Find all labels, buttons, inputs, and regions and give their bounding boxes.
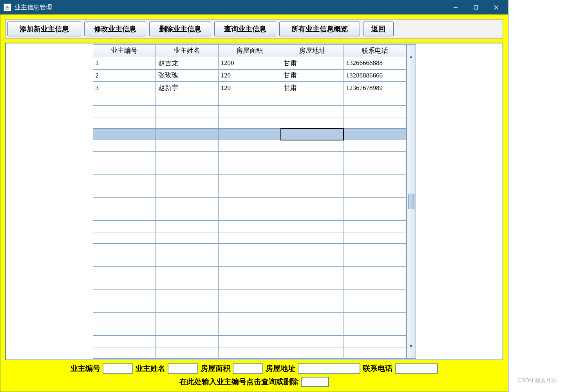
table-row[interactable]: [93, 290, 406, 301]
input-name[interactable]: [168, 363, 198, 374]
table-row[interactable]: [93, 198, 406, 209]
table-cell[interactable]: [281, 151, 344, 163]
table-cell[interactable]: [344, 266, 406, 278]
table-row[interactable]: [93, 255, 406, 266]
table-cell[interactable]: [93, 198, 156, 209]
table-cell[interactable]: [218, 163, 281, 174]
table-cell[interactable]: [281, 255, 344, 266]
table-cell[interactable]: [93, 94, 156, 105]
table-cell[interactable]: [344, 186, 406, 198]
table-cell[interactable]: [344, 151, 406, 163]
table-cell[interactable]: [156, 94, 218, 105]
table-cell[interactable]: [93, 347, 156, 358]
table-row[interactable]: [93, 106, 406, 117]
table-cell[interactable]: [93, 151, 156, 163]
table-row[interactable]: [93, 232, 406, 243]
table-cell[interactable]: [344, 336, 406, 347]
input-area[interactable]: [233, 363, 263, 374]
table-cell[interactable]: [93, 301, 156, 312]
table-cell[interactable]: [156, 278, 218, 290]
table-cell[interactable]: 120: [218, 69, 281, 82]
table-cell[interactable]: [344, 140, 406, 151]
table-cell[interactable]: [93, 324, 156, 335]
table-cell[interactable]: 赵吉龙: [156, 57, 218, 70]
table-cell[interactable]: [344, 174, 406, 186]
table-cell[interactable]: [281, 301, 344, 312]
add-owner-button[interactable]: 添加新业主信息: [7, 22, 81, 36]
edit-owner-button[interactable]: 修改业主信息: [84, 22, 146, 36]
table-row[interactable]: [93, 313, 406, 324]
table-row[interactable]: 1赵吉龙1200甘肃13266668888: [93, 57, 406, 70]
table-cell[interactable]: [156, 221, 218, 232]
table-cell[interactable]: [281, 117, 344, 128]
table-cell[interactable]: [344, 278, 406, 290]
table-row[interactable]: [93, 186, 406, 198]
table-cell[interactable]: [281, 140, 344, 151]
table-cell[interactable]: [93, 336, 156, 347]
table-row[interactable]: 2张玫瑰120甘肃13288886666: [93, 69, 406, 82]
table-cell[interactable]: [93, 140, 156, 151]
input-phone[interactable]: [395, 363, 438, 374]
table-cell[interactable]: [93, 163, 156, 174]
table-cell[interactable]: 1: [93, 57, 156, 70]
table-cell[interactable]: [281, 290, 344, 301]
table-cell[interactable]: [156, 198, 218, 209]
table-cell[interactable]: 赵新宇: [156, 82, 218, 94]
delete-owner-button[interactable]: 删除业主信息: [149, 22, 211, 36]
table-cell[interactable]: [281, 232, 344, 243]
table-cell[interactable]: [93, 255, 156, 266]
table-cell[interactable]: [281, 244, 344, 255]
table-cell[interactable]: [218, 278, 281, 290]
table-cell[interactable]: [344, 198, 406, 209]
table-cell[interactable]: [218, 198, 281, 209]
table-cell[interactable]: [281, 129, 344, 140]
table-cell[interactable]: [344, 347, 406, 358]
table-row[interactable]: [93, 244, 406, 255]
table-cell[interactable]: [93, 313, 156, 324]
table-row[interactable]: 3赵新宇120甘肃12367678989: [93, 82, 406, 94]
input-address[interactable]: [298, 363, 360, 374]
table-cell[interactable]: [281, 186, 344, 198]
table-cell[interactable]: [218, 301, 281, 312]
owner-table[interactable]: 业主编号 业主姓名 房屋面积 房屋地址 联系电话 1赵吉龙1200甘肃13266…: [93, 44, 407, 359]
table-cell[interactable]: [344, 221, 406, 232]
table-cell[interactable]: [281, 336, 344, 347]
table-row[interactable]: [93, 301, 406, 312]
table-cell[interactable]: 12367678989: [344, 82, 406, 94]
table-cell[interactable]: [156, 151, 218, 163]
table-cell[interactable]: [218, 266, 281, 278]
maximize-button[interactable]: [466, 2, 486, 13]
table-row[interactable]: [93, 324, 406, 335]
table-cell[interactable]: [156, 336, 218, 347]
table-cell[interactable]: 2: [93, 69, 156, 82]
table-cell[interactable]: [218, 232, 281, 243]
table-row[interactable]: [93, 221, 406, 232]
table-cell[interactable]: [281, 94, 344, 105]
table-cell[interactable]: [344, 313, 406, 324]
table-cell[interactable]: 13288886666: [344, 69, 406, 82]
table-cell[interactable]: [281, 106, 344, 117]
table-cell[interactable]: [344, 232, 406, 243]
table-cell[interactable]: [218, 244, 281, 255]
table-cell[interactable]: [344, 94, 406, 105]
table-cell[interactable]: [281, 198, 344, 209]
overview-button[interactable]: 所有业主信息概览: [279, 22, 360, 36]
table-row[interactable]: [93, 129, 406, 140]
header-id[interactable]: 业主编号: [93, 45, 156, 57]
table-cell[interactable]: [218, 94, 281, 105]
table-cell[interactable]: [93, 106, 156, 117]
table-cell[interactable]: [281, 209, 344, 220]
table-row[interactable]: [93, 266, 406, 278]
table-cell[interactable]: [281, 163, 344, 174]
table-cell[interactable]: 1200: [218, 57, 281, 70]
table-cell[interactable]: [156, 301, 218, 312]
table-cell[interactable]: [156, 129, 218, 140]
header-name[interactable]: 业主姓名: [156, 45, 218, 57]
scroll-thumb[interactable]: [408, 194, 414, 209]
table-cell[interactable]: 13266668888: [344, 57, 406, 70]
table-cell[interactable]: [156, 290, 218, 301]
table-cell[interactable]: [281, 324, 344, 335]
table-cell[interactable]: [93, 209, 156, 220]
table-cell[interactable]: [281, 174, 344, 186]
table-cell[interactable]: [156, 244, 218, 255]
